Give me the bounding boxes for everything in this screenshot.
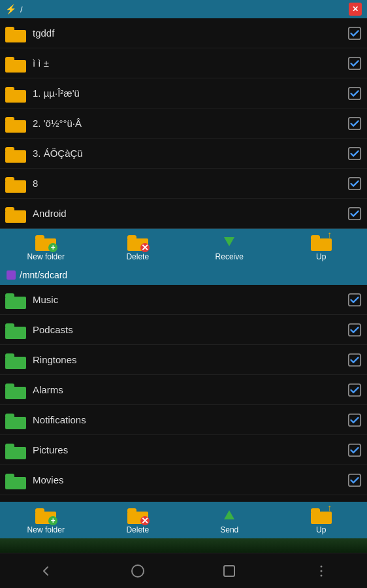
lower-up-label: Up xyxy=(316,525,326,534)
plus-badge: + xyxy=(48,243,57,252)
file-name: 8 xyxy=(33,178,347,189)
folder-icon-green xyxy=(5,441,26,459)
send-button[interactable]: Send xyxy=(203,506,255,534)
lower-new-folder-icon: + xyxy=(35,506,56,524)
recent-icon xyxy=(221,563,237,579)
file-name: 1. µµ·Î²æ'ü xyxy=(33,88,347,99)
file-row[interactable]: Music xyxy=(0,285,367,315)
file-name: Notifications xyxy=(33,414,347,425)
file-name: 2. 'ö½°°ü·Â xyxy=(33,118,347,129)
file-name: Android xyxy=(33,208,347,219)
lower-toolbar: + New folder ✕ Delete Send ↑ Up xyxy=(0,502,367,538)
send-label: Send xyxy=(220,525,238,534)
upper-file-panel: tgddf ì ì ± 1. µµ·Î²æ'ü 2. 'ö½°°ü·Â 3. Á… xyxy=(0,18,367,229)
lower-delete-label: Delete xyxy=(126,525,149,534)
folder-icon-green xyxy=(5,411,26,429)
delete-badge: ✕ xyxy=(140,516,150,525)
menu-button[interactable] xyxy=(302,558,341,584)
checkbox-icon[interactable] xyxy=(347,443,362,457)
home-icon xyxy=(130,563,146,579)
checkbox-icon[interactable] xyxy=(347,293,362,307)
new-folder-label: New folder xyxy=(27,252,65,261)
svg-point-16 xyxy=(320,565,322,567)
folder-icon-yellow xyxy=(5,204,26,223)
file-name: Alarms xyxy=(33,384,347,395)
home-button[interactable] xyxy=(118,558,157,584)
lower-delete-button[interactable]: ✕ Delete xyxy=(112,506,164,534)
folder-icon-green xyxy=(5,351,26,369)
file-row[interactable]: Podcasts xyxy=(0,315,367,345)
file-name: Music xyxy=(33,294,347,305)
status-bar: ⚡ / ✕ xyxy=(0,0,367,18)
menu-icon xyxy=(313,563,329,579)
checkbox-icon[interactable] xyxy=(347,26,362,41)
close-icon[interactable]: ✕ xyxy=(349,3,362,16)
back-button[interactable] xyxy=(26,558,65,584)
folder-icon-yellow xyxy=(5,114,26,133)
delete-button[interactable]: ✕ Delete xyxy=(112,233,164,261)
checkbox-icon[interactable] xyxy=(347,353,362,367)
file-row[interactable]: 8 xyxy=(0,169,367,199)
checkbox-icon[interactable] xyxy=(347,473,362,487)
lower-new-folder-label: New folder xyxy=(27,525,65,534)
lower-delete-icon: ✕ xyxy=(127,506,148,524)
file-row[interactable]: Pictures xyxy=(0,435,367,465)
delete-icon: ✕ xyxy=(127,233,148,251)
checkbox-icon[interactable] xyxy=(347,206,362,221)
file-row[interactable]: Alarms xyxy=(0,375,367,405)
folder-icon-yellow xyxy=(5,174,26,193)
new-folder-button[interactable]: + New folder xyxy=(20,233,72,261)
folder-icon-yellow xyxy=(5,54,26,73)
file-name: Pictures xyxy=(33,444,347,455)
file-name: Ringtones xyxy=(33,354,347,365)
file-row[interactable]: 3. ÁÖÇàÇü xyxy=(0,139,367,169)
file-row[interactable]: ì ì ± xyxy=(0,48,367,78)
svg-point-18 xyxy=(320,574,322,576)
receive-icon xyxy=(219,233,240,251)
lower-new-folder-button[interactable]: + New folder xyxy=(20,506,72,534)
file-name: 3. ÁÖÇàÇü xyxy=(33,148,347,159)
folder-icon-green xyxy=(5,381,26,399)
up-label: Up xyxy=(316,252,326,261)
path-text: /mnt/sdcard xyxy=(20,270,67,280)
file-row[interactable]: 2. 'ö½°°ü·Â xyxy=(0,108,367,139)
delete-label: Delete xyxy=(126,252,149,261)
status-bar-right: ✕ xyxy=(349,3,362,16)
folder-icon-green xyxy=(5,291,26,309)
file-name: Movies xyxy=(33,474,347,485)
status-bar-left: ⚡ / xyxy=(5,4,23,14)
file-row[interactable]: Notifications xyxy=(0,405,367,435)
checkbox-icon[interactable] xyxy=(347,176,362,191)
checkbox-icon[interactable] xyxy=(347,323,362,337)
up-badge: ↑ xyxy=(325,503,334,512)
folder-icon-green xyxy=(5,321,26,339)
svg-point-14 xyxy=(132,565,144,577)
lower-up-button[interactable]: ↑ Up xyxy=(295,506,347,534)
file-row[interactable]: tgddf xyxy=(0,18,367,48)
file-name: ì ì ± xyxy=(33,57,347,69)
folder-icon-yellow xyxy=(5,84,26,103)
file-row[interactable]: Movies xyxy=(0,465,367,495)
file-row[interactable]: 1. µµ·Î²æ'ü xyxy=(0,78,367,108)
arrow-down-icon xyxy=(224,237,234,246)
new-folder-icon: + xyxy=(35,233,56,251)
status-separator: / xyxy=(20,5,23,14)
receive-button[interactable]: Receive xyxy=(203,233,255,261)
checkbox-icon[interactable] xyxy=(347,413,362,427)
recent-button[interactable] xyxy=(210,558,249,584)
path-icon xyxy=(7,270,16,280)
file-row[interactable]: Android xyxy=(0,199,367,229)
checkbox-icon[interactable] xyxy=(347,56,362,71)
bottom-gradient xyxy=(0,538,367,553)
file-name: tgddf xyxy=(33,27,347,39)
checkbox-icon[interactable] xyxy=(347,383,362,397)
folder-icon-green xyxy=(5,471,26,489)
up-button[interactable]: ↑ Up xyxy=(295,233,347,261)
plus-badge: + xyxy=(48,516,57,525)
checkbox-icon[interactable] xyxy=(347,86,362,101)
file-row[interactable]: Ringtones xyxy=(0,345,367,375)
path-bar: /mnt/sdcard xyxy=(0,265,367,285)
checkbox-icon[interactable] xyxy=(347,146,362,161)
lower-up-icon: ↑ xyxy=(311,506,332,524)
checkbox-icon[interactable] xyxy=(347,116,362,131)
